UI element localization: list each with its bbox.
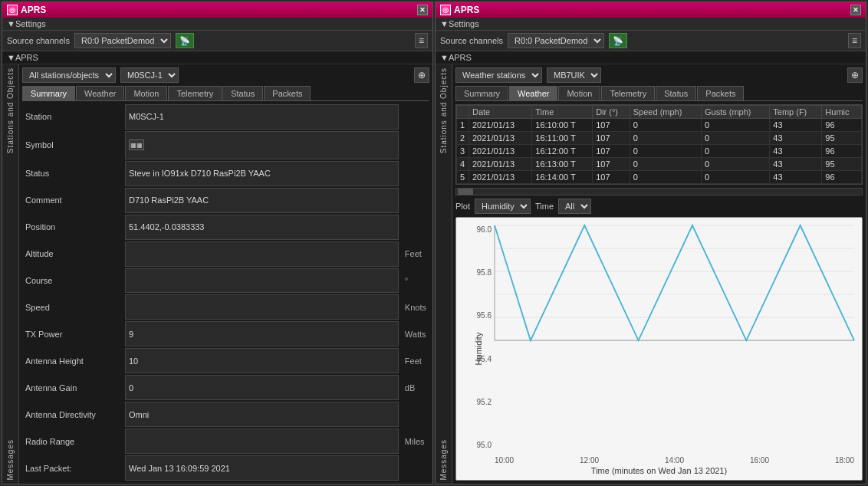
left-tab-packets[interactable]: Packets [264, 86, 311, 100]
right-settings-bar[interactable]: ▼Settings [436, 18, 866, 31]
row-date: 2021/01/13 [469, 158, 532, 171]
row-dir: 107 [593, 119, 630, 132]
left-station-select[interactable]: M0SCJ-1 [120, 67, 179, 83]
row-humid: 96 [822, 171, 862, 184]
right-messages-label[interactable]: Messages [439, 436, 448, 484]
row-gusts: 0 [702, 119, 770, 132]
left-tab-motion[interactable]: Motion [125, 86, 167, 100]
row-humid: 95 [822, 132, 862, 145]
field-unit-radio-range: Miles [402, 429, 429, 454]
row-temp: 43 [770, 158, 822, 171]
plot-label: Plot [455, 202, 470, 211]
row-temp: 43 [770, 119, 822, 132]
right-window: ◎ APRS ✕ ▼Settings Source channels R0:0 … [435, 2, 866, 484]
field-unit-position [402, 215, 429, 240]
right-content-area: Stations and Objects Messages Weather st… [436, 64, 866, 484]
left-source-select[interactable]: R0:0 PacketDemod [74, 33, 171, 48]
time-label: Time [535, 202, 554, 211]
x-label-1400: 14:00 [665, 456, 684, 465]
right-tab-weather[interactable]: Weather [509, 86, 557, 100]
field-value-speed [125, 294, 399, 320]
left-main-content: All stations/objects M0SCJ-1 ⊕ Summary W… [19, 64, 432, 484]
right-title: APRS [454, 5, 479, 15]
right-tab-summary[interactable]: Summary [455, 86, 508, 100]
left-tab-summary[interactable]: Summary [22, 86, 75, 100]
col-speed: Speed (mph) [630, 106, 701, 119]
right-tab-motion[interactable]: Motion [558, 86, 600, 100]
left-crosshair-button[interactable]: ⊕ [414, 67, 429, 83]
left-tab-weather[interactable]: Weather [76, 86, 124, 100]
right-settings-label: ▼Settings [440, 19, 479, 28]
chart-svg [495, 225, 854, 340]
y-label-956: 95.6 [477, 311, 492, 320]
plot-select[interactable]: Humidity [475, 199, 531, 214]
field-value-antenna-height: 10 [125, 348, 399, 373]
right-tab-status[interactable]: Status [656, 86, 696, 100]
left-signal-icon[interactable]: 📡 [176, 33, 194, 48]
left-title: APRS [21, 5, 46, 15]
time-select[interactable]: All [558, 199, 591, 214]
left-close-button[interactable]: ✕ [417, 5, 428, 15]
left-settings-bar[interactable]: ▼Settings [2, 18, 432, 31]
y-label-950: 95.0 [477, 441, 492, 449]
left-menu-button[interactable]: ≡ [415, 33, 428, 48]
y-label-960: 96.0 [477, 225, 492, 234]
field-unit-altitude: Feet [402, 241, 429, 267]
right-filter-select[interactable]: Weather stations [455, 67, 542, 83]
humidity-chart: Humidity [455, 217, 863, 481]
left-tab-telemetry[interactable]: Telemetry [168, 86, 222, 100]
left-messages-label[interactable]: Messages [6, 436, 15, 484]
row-num: 5 [457, 171, 469, 184]
field-label-radio-range: Radio Range [22, 429, 122, 454]
right-menu-button[interactable]: ≡ [848, 33, 861, 48]
right-tab-telemetry[interactable]: Telemetry [601, 86, 655, 100]
chart-inner [495, 225, 854, 449]
field-value-antenna-dir: Omni [125, 402, 399, 427]
col-dir: Dir (°) [593, 106, 630, 119]
right-title-bar: ◎ APRS ✕ [436, 2, 866, 18]
right-close-button[interactable]: ✕ [850, 5, 861, 15]
row-gusts: 0 [702, 158, 770, 171]
field-unit-status [402, 161, 429, 186]
field-unit-station [402, 104, 429, 130]
right-tab-packets[interactable]: Packets [697, 86, 744, 100]
field-value-altitude [125, 241, 399, 267]
left-stations-label: Stations and Objects [6, 64, 15, 156]
field-label-course: Course [22, 268, 122, 294]
field-value-last-packet: Wed Jan 13 16:09:59 2021 [125, 455, 399, 481]
right-crosshair-button[interactable]: ⊕ [847, 67, 863, 83]
field-label-last-packet: Last Packet: [22, 455, 122, 481]
table-scrollbar[interactable] [455, 188, 863, 195]
left-tab-status[interactable]: Status [222, 86, 263, 100]
row-dir: 107 [593, 132, 630, 145]
row-humid: 96 [822, 145, 862, 158]
weather-table-container[interactable]: Date Time Dir (°) Speed (mph) Gusts (mph… [455, 104, 863, 185]
field-label-antenna-dir: Antenna Directivity [22, 402, 122, 427]
field-unit-last-packet [402, 455, 429, 481]
table-row: 3 2021/01/13 16:12:00 T 107 0 0 43 96 [457, 145, 862, 158]
right-station-select[interactable]: MB7UIK [547, 67, 601, 83]
right-aprs-bar: ▼APRS [436, 51, 866, 64]
row-num: 1 [457, 119, 469, 132]
table-row: 4 2021/01/13 16:13:00 T 107 0 0 43 95 [457, 158, 862, 171]
left-side-panel: Stations and Objects Messages [2, 64, 19, 484]
right-source-select[interactable]: R0:0 PacketDemod [508, 33, 604, 48]
col-time: Time [532, 106, 593, 119]
left-aprs-bar: ▼APRS [2, 51, 432, 64]
row-gusts: 0 [702, 171, 770, 184]
row-num: 3 [457, 145, 469, 158]
left-app-icon: ◎ [7, 5, 18, 15]
right-signal-icon[interactable]: 📡 [609, 33, 627, 48]
row-temp: 43 [770, 132, 822, 145]
row-num: 2 [457, 132, 469, 145]
right-stations-label: Stations and Objects [439, 64, 448, 156]
right-source-bar: Source channels R0:0 PacketDemod 📡 ≡ [436, 31, 866, 51]
row-time: 16:10:00 T [532, 119, 593, 132]
col-temp: Temp (F) [770, 106, 822, 119]
field-value-antenna-gain: 0 [125, 375, 399, 400]
col-date: Date [469, 106, 532, 119]
left-filter-select[interactable]: All stations/objects [22, 67, 116, 83]
table-row: 1 2021/01/13 16:10:00 T 107 0 0 43 96 [457, 119, 862, 132]
right-app-icon: ◎ [440, 5, 451, 15]
row-date: 2021/01/13 [469, 119, 532, 132]
